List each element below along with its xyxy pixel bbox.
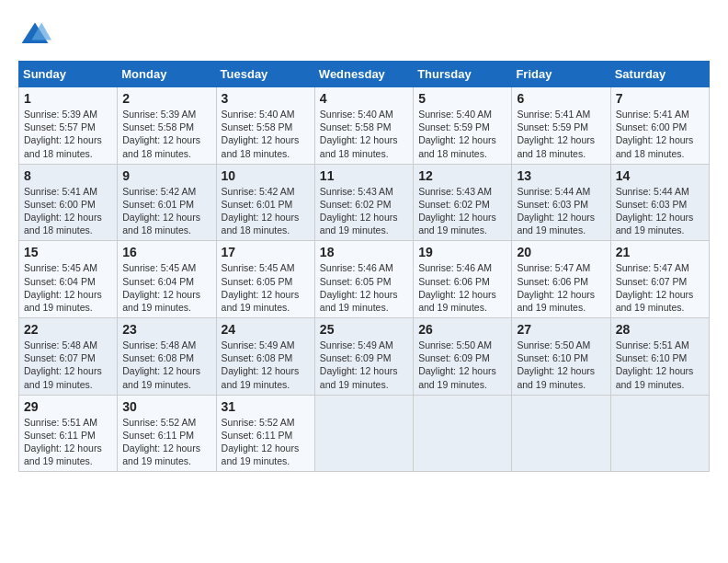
- day-cell: 9Sunrise: 5:42 AM Sunset: 6:01 PM Daylig…: [118, 164, 216, 241]
- day-number: 2: [122, 91, 210, 106]
- day-cell: 26Sunrise: 5:50 AM Sunset: 6:09 PM Dayli…: [414, 318, 512, 396]
- day-info: Sunrise: 5:40 AM Sunset: 5:59 PM Dayligh…: [418, 108, 506, 160]
- day-info: Sunrise: 5:50 AM Sunset: 6:09 PM Dayligh…: [418, 339, 506, 391]
- day-number: 18: [320, 245, 408, 259]
- day-cell: 5Sunrise: 5:40 AM Sunset: 5:59 PM Daylig…: [414, 87, 512, 165]
- day-info: Sunrise: 5:40 AM Sunset: 5:58 PM Dayligh…: [320, 108, 408, 160]
- day-cell: 11Sunrise: 5:43 AM Sunset: 6:02 PM Dayli…: [314, 164, 413, 241]
- day-number: 31: [222, 399, 310, 414]
- day-number: 23: [122, 322, 210, 337]
- week-row-1: 1Sunrise: 5:39 AM Sunset: 5:57 PM Daylig…: [19, 87, 710, 165]
- day-cell: 6Sunrise: 5:41 AM Sunset: 5:59 PM Daylig…: [512, 87, 610, 165]
- header-row: SundayMondayTuesdayWednesdayThursdayFrid…: [19, 62, 710, 87]
- day-cell: 13Sunrise: 5:44 AM Sunset: 6:03 PM Dayli…: [512, 164, 610, 241]
- day-number: 22: [24, 322, 112, 337]
- day-number: 8: [24, 168, 112, 183]
- day-info: Sunrise: 5:39 AM Sunset: 5:58 PM Dayligh…: [122, 108, 210, 160]
- day-cell: 25Sunrise: 5:49 AM Sunset: 6:09 PM Dayli…: [314, 318, 413, 396]
- day-number: 21: [616, 245, 704, 259]
- day-number: 19: [418, 245, 506, 259]
- day-number: 7: [616, 91, 704, 106]
- day-info: Sunrise: 5:52 AM Sunset: 6:11 PM Dayligh…: [222, 416, 310, 468]
- day-cell: 10Sunrise: 5:42 AM Sunset: 6:01 PM Dayli…: [216, 164, 314, 241]
- day-cell: [610, 395, 709, 472]
- day-cell: 19Sunrise: 5:46 AM Sunset: 6:06 PM Dayli…: [414, 241, 512, 318]
- day-info: Sunrise: 5:41 AM Sunset: 5:59 PM Dayligh…: [517, 108, 605, 160]
- day-number: 27: [517, 322, 605, 337]
- day-info: Sunrise: 5:45 AM Sunset: 6:05 PM Dayligh…: [222, 261, 310, 314]
- header-cell-sunday: Sunday: [19, 62, 118, 87]
- day-number: 25: [320, 322, 408, 337]
- day-cell: 14Sunrise: 5:44 AM Sunset: 6:03 PM Dayli…: [610, 164, 709, 241]
- day-cell: 1Sunrise: 5:39 AM Sunset: 5:57 PM Daylig…: [19, 87, 118, 165]
- day-info: Sunrise: 5:39 AM Sunset: 5:57 PM Dayligh…: [24, 108, 112, 160]
- day-number: 12: [418, 168, 506, 183]
- day-number: 28: [616, 322, 704, 337]
- day-info: Sunrise: 5:51 AM Sunset: 6:10 PM Dayligh…: [616, 339, 704, 391]
- week-row-5: 29Sunrise: 5:51 AM Sunset: 6:11 PM Dayli…: [19, 395, 710, 472]
- day-cell: 27Sunrise: 5:50 AM Sunset: 6:10 PM Dayli…: [512, 318, 610, 396]
- day-info: Sunrise: 5:48 AM Sunset: 6:07 PM Dayligh…: [24, 339, 112, 391]
- logo: [18, 18, 55, 52]
- day-cell: 4Sunrise: 5:40 AM Sunset: 5:58 PM Daylig…: [314, 87, 413, 165]
- day-info: Sunrise: 5:47 AM Sunset: 6:07 PM Dayligh…: [616, 261, 704, 314]
- day-info: Sunrise: 5:52 AM Sunset: 6:11 PM Dayligh…: [122, 416, 210, 468]
- calendar-body: 1Sunrise: 5:39 AM Sunset: 5:57 PM Daylig…: [19, 87, 710, 472]
- day-info: Sunrise: 5:46 AM Sunset: 6:06 PM Dayligh…: [418, 261, 506, 314]
- day-number: 20: [517, 245, 605, 259]
- day-info: Sunrise: 5:45 AM Sunset: 6:04 PM Dayligh…: [24, 261, 112, 314]
- page-header: [18, 18, 710, 52]
- day-info: Sunrise: 5:50 AM Sunset: 6:10 PM Dayligh…: [517, 339, 605, 391]
- header-cell-tuesday: Tuesday: [216, 62, 314, 87]
- week-row-3: 15Sunrise: 5:45 AM Sunset: 6:04 PM Dayli…: [19, 241, 710, 318]
- day-number: 17: [222, 245, 310, 259]
- day-info: Sunrise: 5:42 AM Sunset: 6:01 PM Dayligh…: [122, 185, 210, 237]
- day-cell: 2Sunrise: 5:39 AM Sunset: 5:58 PM Daylig…: [118, 87, 216, 165]
- day-info: Sunrise: 5:41 AM Sunset: 6:00 PM Dayligh…: [616, 108, 704, 160]
- day-cell: 21Sunrise: 5:47 AM Sunset: 6:07 PM Dayli…: [610, 241, 709, 318]
- day-number: 24: [222, 322, 310, 337]
- header-cell-thursday: Thursday: [414, 62, 512, 87]
- day-number: 14: [616, 168, 704, 183]
- day-cell: 16Sunrise: 5:45 AM Sunset: 6:04 PM Dayli…: [118, 241, 216, 318]
- day-number: 5: [418, 91, 506, 106]
- header-cell-saturday: Saturday: [610, 62, 709, 87]
- week-row-2: 8Sunrise: 5:41 AM Sunset: 6:00 PM Daylig…: [19, 164, 710, 241]
- day-info: Sunrise: 5:41 AM Sunset: 6:00 PM Dayligh…: [24, 185, 112, 237]
- day-info: Sunrise: 5:47 AM Sunset: 6:06 PM Dayligh…: [517, 261, 605, 314]
- day-cell: 24Sunrise: 5:49 AM Sunset: 6:08 PM Dayli…: [216, 318, 314, 396]
- calendar-table: SundayMondayTuesdayWednesdayThursdayFrid…: [18, 61, 710, 472]
- day-info: Sunrise: 5:51 AM Sunset: 6:11 PM Dayligh…: [24, 416, 112, 468]
- day-info: Sunrise: 5:42 AM Sunset: 6:01 PM Dayligh…: [222, 185, 310, 237]
- day-cell: 12Sunrise: 5:43 AM Sunset: 6:02 PM Dayli…: [414, 164, 512, 241]
- day-cell: 18Sunrise: 5:46 AM Sunset: 6:05 PM Dayli…: [314, 241, 413, 318]
- day-cell: [512, 395, 610, 472]
- day-info: Sunrise: 5:43 AM Sunset: 6:02 PM Dayligh…: [418, 185, 506, 237]
- day-info: Sunrise: 5:49 AM Sunset: 6:09 PM Dayligh…: [320, 339, 408, 391]
- day-info: Sunrise: 5:46 AM Sunset: 6:05 PM Dayligh…: [320, 261, 408, 314]
- header-cell-friday: Friday: [512, 62, 610, 87]
- day-number: 26: [418, 322, 506, 337]
- day-number: 30: [122, 399, 210, 414]
- day-number: 10: [222, 168, 310, 183]
- day-number: 16: [122, 245, 210, 259]
- header-cell-monday: Monday: [118, 62, 216, 87]
- day-cell: 3Sunrise: 5:40 AM Sunset: 5:58 PM Daylig…: [216, 87, 314, 165]
- day-cell: 28Sunrise: 5:51 AM Sunset: 6:10 PM Dayli…: [610, 318, 709, 396]
- day-cell: 8Sunrise: 5:41 AM Sunset: 6:00 PM Daylig…: [19, 164, 118, 241]
- logo-icon: [18, 18, 51, 52]
- day-number: 29: [24, 399, 112, 414]
- day-cell: [414, 395, 512, 472]
- day-cell: 17Sunrise: 5:45 AM Sunset: 6:05 PM Dayli…: [216, 241, 314, 318]
- calendar-header: SundayMondayTuesdayWednesdayThursdayFrid…: [19, 62, 710, 87]
- day-cell: 15Sunrise: 5:45 AM Sunset: 6:04 PM Dayli…: [19, 241, 118, 318]
- day-info: Sunrise: 5:49 AM Sunset: 6:08 PM Dayligh…: [222, 339, 310, 391]
- day-number: 1: [24, 91, 112, 106]
- day-number: 4: [320, 91, 408, 106]
- day-number: 11: [320, 168, 408, 183]
- day-cell: 31Sunrise: 5:52 AM Sunset: 6:11 PM Dayli…: [216, 395, 314, 472]
- day-info: Sunrise: 5:40 AM Sunset: 5:58 PM Dayligh…: [222, 108, 310, 160]
- day-cell: 20Sunrise: 5:47 AM Sunset: 6:06 PM Dayli…: [512, 241, 610, 318]
- header-cell-wednesday: Wednesday: [314, 62, 413, 87]
- day-cell: 23Sunrise: 5:48 AM Sunset: 6:08 PM Dayli…: [118, 318, 216, 396]
